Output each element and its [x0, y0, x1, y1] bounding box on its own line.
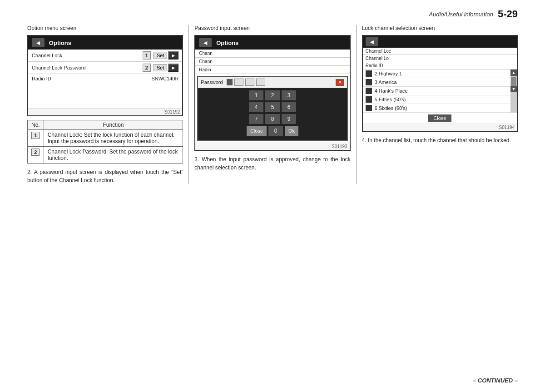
pwd-screen-header: ◄ Options [195, 36, 349, 50]
divider-1 [188, 25, 189, 184]
channel-lock-pwd-num: 2 [143, 64, 151, 72]
options-header: ◄ Options [28, 36, 182, 50]
screen-code-3: S01194 [363, 124, 517, 131]
channel-item-3[interactable]: 4 Hank's Place [363, 87, 510, 95]
channel-lock-pwd-label: Channel Lock Password [32, 65, 143, 70]
channel-icon-1 [366, 70, 372, 77]
col2-desc: 3. When the input password is approved, … [194, 155, 350, 172]
col-option-menu: Option menu screen ◄ Options Channel Loc… [27, 25, 188, 184]
pwd-clear-btn[interactable]: ✕ [336, 79, 344, 86]
back-button-1[interactable]: ◄ [32, 38, 45, 47]
screen-code-2: S01193 [195, 143, 349, 150]
pwd-channel-row2: Chann [195, 58, 349, 66]
table-row: 1 Channel Lock: Set the lock function of… [28, 130, 183, 147]
num-btn-2[interactable]: 2 [265, 90, 280, 100]
main-content: Option menu screen ◄ Options Channel Loc… [27, 25, 518, 374]
lock-channel-row1: Channel Loc [363, 48, 517, 55]
lock-channel-screen: ◄ Channel Loc Channel Lo Radio ID [362, 35, 518, 132]
col1-desc: 2. A password input screen is displayed … [27, 168, 183, 184]
pwd-blank-1 [234, 79, 243, 86]
header-title: Audio/Useful information [429, 11, 493, 18]
radio-id-value: SNWC140R [151, 76, 178, 81]
divider-2 [356, 25, 357, 184]
col3-desc: 4. In the channel list, touch the channe… [362, 136, 518, 144]
channel-item-5[interactable]: 6 Sixties (60's) [363, 104, 510, 113]
num-btn-0[interactable]: 0 [268, 126, 283, 136]
numpad-close-btn[interactable]: Close [247, 126, 267, 136]
radio-id-label: Radio ID [32, 76, 151, 81]
pwd-label: Password [201, 79, 223, 85]
col-password: Password input screen ◄ Options Chann Ch… [190, 25, 355, 184]
scroll-thumb [511, 77, 516, 86]
channel-lock-pwd-set-btn[interactable]: Set [154, 64, 168, 71]
numpad-row-4: Close 0 Ok [200, 126, 344, 136]
num-btn-3[interactable]: 3 [282, 90, 296, 100]
channel-lock-arrow-btn[interactable]: ► [168, 51, 178, 60]
channel-name-2: 3 America [375, 79, 397, 85]
table-col-no: No. [28, 120, 44, 130]
num-btn-5[interactable]: 5 [265, 102, 280, 112]
numpad-row-3: 7 8 9 [200, 114, 344, 124]
table-col-function: Function [44, 120, 183, 130]
back-button-2[interactable]: ◄ [199, 38, 212, 47]
option-table: No. Function 1 Channel Lock: Set the loc… [27, 120, 183, 164]
table-num-2: 2 [28, 147, 44, 164]
scroll-up-btn[interactable]: ▲ [510, 69, 517, 76]
col1-label: Option menu screen [27, 25, 183, 31]
num-btn-6[interactable]: 6 [282, 102, 296, 112]
channel-list-area: 2 Highway 1 3 America 4 Hank's Place [363, 69, 517, 113]
columns-layout: Option menu screen ◄ Options Channel Loc… [27, 25, 518, 184]
col3-label: Lock channel selection screen [362, 25, 518, 31]
table-desc-2: Channel Lock Password: Set the password … [44, 147, 183, 164]
page-header: Audio/Useful information 5-29 [27, 8, 518, 22]
channel-items: 2 Highway 1 3 America 4 Hank's Place [363, 69, 510, 113]
numpad-row-1: 1 2 3 [200, 90, 344, 100]
num-btn-7[interactable]: 7 [249, 114, 263, 124]
lock-radio-row: Radio ID [363, 62, 517, 69]
pwd-blank-3 [256, 79, 265, 86]
channel-item-2[interactable]: 3 America [363, 78, 510, 87]
table-num-1: 1 [28, 130, 44, 147]
channel-icon-2 [366, 79, 372, 85]
channel-lock-set-btn[interactable]: Set [154, 52, 168, 59]
screen-code-1: S01192 [28, 108, 182, 115]
num-btn-8[interactable]: 8 [265, 114, 280, 124]
lock-channel-row2: Channel Lo [363, 55, 517, 62]
pwd-dash-btn[interactable]: - [227, 79, 233, 85]
lock-label-1: Channel Loc [366, 49, 514, 54]
back-button-3[interactable]: ◄ [366, 37, 378, 46]
channel-lock-pwd-arrow-btn[interactable]: ► [168, 64, 178, 72]
channel-lock-row: Channel Lock 1 Set ► [28, 50, 182, 62]
col-lock-channel: Lock channel selection screen ◄ Channel … [357, 25, 518, 184]
scrollbar-track: ▲ ▼ [510, 69, 517, 113]
channel-lock-num: 1 [143, 51, 151, 60]
table-row: 2 Channel Lock Password: Set the passwor… [28, 147, 183, 164]
lock-radio-label: Radio ID [366, 63, 514, 68]
channel-item-1[interactable]: 2 Highway 1 [363, 69, 510, 78]
lock-channel-header: ◄ [363, 36, 517, 48]
channel-lock-pwd-row: Channel Lock Password 2 Set ► [28, 62, 182, 74]
channel-lock-label: Channel Lock [32, 53, 143, 58]
channel-icon-4 [366, 96, 372, 103]
options-title-1: Options [49, 40, 71, 46]
col2-label: Password input screen [194, 25, 350, 31]
channel-name-1: 2 Highway 1 [375, 71, 402, 76]
radio-id-row: Radio ID SNWC140R [28, 74, 182, 83]
numpad-row-2: 4 5 6 [200, 102, 344, 112]
channel-icon-3 [366, 88, 372, 94]
scroll-down-btn[interactable]: ▼ [510, 86, 517, 92]
table-desc-1: Channel Lock: Set the lock function of e… [44, 130, 183, 147]
pwd-screen-title: Options [216, 40, 238, 46]
password-screen: ◄ Options Chann Chann Radio Password [194, 35, 350, 151]
channel-item-4[interactable]: 5 Fifties (50's) [363, 95, 510, 104]
num-btn-4[interactable]: 4 [249, 102, 263, 112]
num-btn-1[interactable]: 1 [249, 90, 263, 100]
numpad: 1 2 3 4 5 6 7 8 9 [198, 88, 347, 140]
lock-label-2: Channel Lo [366, 56, 514, 61]
num-btn-9[interactable]: 9 [282, 114, 296, 124]
channel-name-4: 5 Fifties (50's) [375, 97, 406, 102]
numpad-ok-btn[interactable]: Ok [285, 126, 298, 136]
channel-close-btn[interactable]: Close [428, 114, 451, 122]
header-page: 5-29 [498, 8, 518, 20]
pwd-channel-row1: Chann [195, 50, 349, 58]
